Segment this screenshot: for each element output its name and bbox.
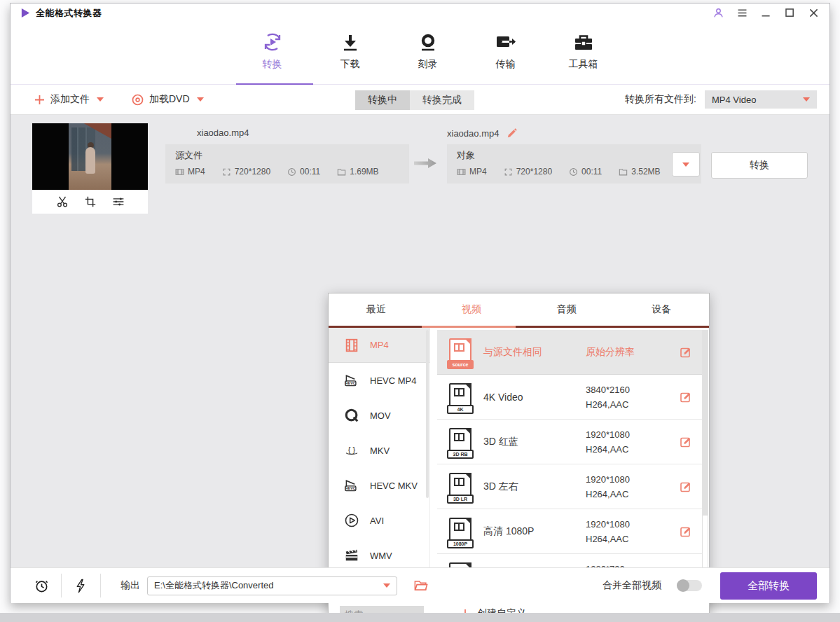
play-circle-icon bbox=[344, 513, 359, 528]
app-logo-icon bbox=[20, 8, 31, 18]
menu-icon[interactable] bbox=[736, 7, 748, 19]
source-file-icon: source bbox=[449, 338, 471, 366]
3d-rb-file-icon: 3D RB bbox=[449, 428, 471, 456]
tab-burn[interactable]: 刻录 bbox=[406, 32, 450, 71]
preset-list-scrollbar[interactable] bbox=[702, 330, 708, 597]
trim-icon[interactable] bbox=[56, 195, 69, 208]
app-title: 全能格式转换器 bbox=[36, 7, 102, 20]
schedule-icon[interactable] bbox=[34, 579, 49, 593]
video-thumbnail[interactable] bbox=[32, 123, 148, 190]
3d-lr-file-icon: 3D LR bbox=[449, 473, 471, 501]
popup-tab-device[interactable]: 设备 bbox=[614, 293, 709, 326]
convert-all-button[interactable]: 全部转换 bbox=[720, 572, 817, 600]
format-item-hevc-mkv[interactable]: HEVC HEVC MKV bbox=[329, 468, 429, 503]
clock-icon bbox=[569, 167, 578, 177]
tab-convert[interactable]: 转换 bbox=[251, 32, 294, 71]
preset-row-3d-lr[interactable]: 3D LR 3D 左右 1920*1080H264,AAC bbox=[437, 464, 702, 509]
clock-icon bbox=[287, 167, 296, 177]
minimize-icon[interactable] bbox=[760, 7, 772, 19]
target-info-box: 对象 MP4 720*1280 00:11 3.52MB bbox=[447, 144, 701, 184]
preset-row-same-as-source[interactable]: source 与源文件相同 原始分辨率 bbox=[437, 330, 702, 375]
format-item-label: HEVC MKV bbox=[370, 481, 418, 491]
high-speed-icon[interactable] bbox=[74, 579, 88, 593]
tab-burn-label: 刻录 bbox=[418, 58, 438, 71]
format-item-mkv[interactable]: { } MKV bbox=[329, 433, 429, 468]
edit-preset-icon[interactable] bbox=[680, 436, 692, 448]
transfer-icon bbox=[495, 32, 516, 52]
target-file-name: xiaodao.mp4 bbox=[447, 128, 499, 139]
tab-converted[interactable]: 转换完成 bbox=[410, 90, 474, 110]
account-icon[interactable] bbox=[712, 7, 724, 19]
format-item-hevc-mp4[interactable]: HEVC HEVC MP4 bbox=[329, 363, 429, 398]
1080p-file-icon: 1080P bbox=[449, 518, 471, 546]
convert-button[interactable]: 转换 bbox=[711, 152, 808, 179]
format-item-mp4[interactable]: MP4 bbox=[329, 328, 429, 363]
preset-row-3d-rb[interactable]: 3D RB 3D 红蓝 1920*1080H264,AAC bbox=[437, 420, 702, 464]
svg-text:{ }: { } bbox=[348, 445, 356, 454]
preset-name: 4K Video bbox=[483, 392, 586, 403]
merge-videos-toggle[interactable] bbox=[677, 580, 702, 591]
target-size: 3.52MB bbox=[631, 167, 660, 177]
convert-all-to-label: 转换所有文件到: bbox=[625, 93, 696, 106]
tab-transfer-label: 传输 bbox=[496, 58, 516, 71]
source-duration: 00:11 bbox=[300, 167, 320, 177]
merge-videos-label: 合并全部视频 bbox=[603, 579, 661, 592]
tab-transfer[interactable]: 传输 bbox=[484, 32, 528, 71]
source-resolution: 720*1280 bbox=[235, 167, 270, 177]
format-list-scrollbar[interactable] bbox=[426, 330, 429, 498]
svg-text:HEVC: HEVC bbox=[345, 381, 356, 385]
add-files-button[interactable]: 添加文件 bbox=[34, 93, 104, 106]
tab-toolbox-label: 工具箱 bbox=[569, 58, 598, 71]
format-item-avi[interactable]: AVI bbox=[329, 503, 429, 538]
popup-tab-recent[interactable]: 最近 bbox=[329, 293, 424, 326]
film-icon bbox=[175, 167, 184, 177]
popup-tab-video[interactable]: 视频 bbox=[424, 293, 519, 326]
format-item-mov[interactable]: MOV bbox=[329, 398, 429, 433]
rename-icon[interactable] bbox=[506, 127, 518, 139]
target-box-title: 对象 bbox=[457, 149, 691, 162]
preset-list: source 与源文件相同 原始分辨率 4K 4K Video 3840*216… bbox=[437, 330, 702, 599]
edit-preset-icon[interactable] bbox=[680, 481, 692, 493]
toolbar: 添加文件 加载DVD 转换中 转换完成 转换所有文件到: MP4 Video bbox=[11, 85, 829, 115]
format-item-label: AVI bbox=[370, 516, 384, 526]
tab-converting[interactable]: 转换中 bbox=[355, 90, 410, 110]
edit-preset-icon[interactable] bbox=[680, 525, 692, 538]
output-path-dropdown[interactable]: E:\全能格式转换器\Converted bbox=[147, 576, 397, 595]
file-list-area: xiaodao.mp4 源文件 MP4 720*1280 00:11 1.69M… bbox=[11, 115, 829, 567]
target-resolution: 720*1280 bbox=[516, 167, 552, 177]
edit-preset-icon[interactable] bbox=[680, 391, 692, 403]
close-icon[interactable] bbox=[808, 7, 820, 19]
target-format-value: MP4 Video bbox=[712, 95, 756, 105]
preset-row-hd-1080p[interactable]: 1080P 高清 1080P 1920*1080H264,AAC bbox=[437, 509, 702, 554]
video-thumbnail-card bbox=[32, 123, 148, 214]
mp4-filmstrip-icon bbox=[344, 338, 359, 353]
preset-row-4k[interactable]: 4K 4K Video 3840*2160H264,AAC bbox=[437, 375, 702, 420]
tab-toolbox[interactable]: 工具箱 bbox=[562, 32, 605, 71]
main-nav: 转换 下载 刻录 传输 bbox=[11, 22, 829, 85]
output-path-value: E:\全能格式转换器\Converted bbox=[154, 579, 274, 592]
plus-icon bbox=[34, 95, 45, 105]
tab-download[interactable]: 下载 bbox=[329, 32, 372, 71]
4k-file-icon: 4K bbox=[449, 383, 471, 411]
target-format-expand-button[interactable] bbox=[672, 152, 700, 177]
load-dvd-button[interactable]: 加载DVD bbox=[132, 93, 204, 106]
effects-icon[interactable] bbox=[112, 195, 125, 208]
source-format: MP4 bbox=[188, 167, 205, 177]
folder-icon bbox=[337, 167, 346, 177]
preset-detail: 1920*1080H264,AAC bbox=[586, 517, 670, 546]
chevron-down-icon bbox=[197, 97, 204, 102]
titlebar: 全能格式转换器 bbox=[11, 4, 829, 22]
edit-preset-icon[interactable] bbox=[680, 346, 692, 359]
app-window: 全能格式转换器 转换 下载 bbox=[10, 3, 830, 603]
crop-icon[interactable] bbox=[84, 195, 97, 208]
popup-tab-audio[interactable]: 音频 bbox=[519, 293, 614, 326]
open-folder-icon[interactable] bbox=[414, 579, 428, 592]
matroska-icon: { } bbox=[344, 443, 359, 458]
maximize-icon[interactable] bbox=[784, 7, 796, 19]
bottombar: 输出 E:\全能格式转换器\Converted 合并全部视频 全部转换 bbox=[11, 567, 829, 603]
target-format-dropdown[interactable]: MP4 Video bbox=[705, 90, 817, 109]
queue-tabs: 转换中 转换完成 bbox=[355, 90, 474, 110]
format-item-label: MP4 bbox=[370, 340, 389, 350]
preset-detail: 1920*1080H264,AAC bbox=[586, 472, 670, 502]
chevron-down-icon bbox=[682, 163, 689, 167]
